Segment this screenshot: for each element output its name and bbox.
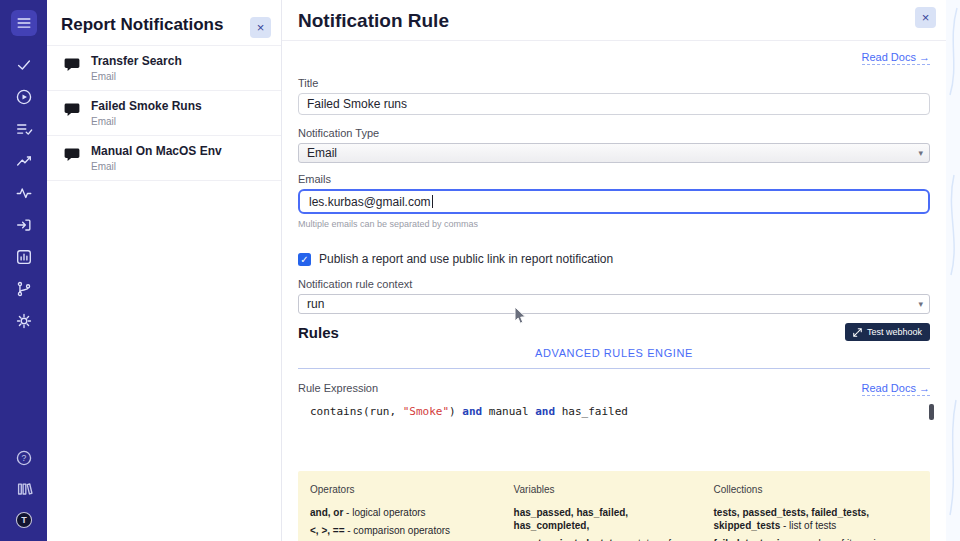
context-value: run: [307, 297, 324, 311]
activity-pulse-icon: [15, 184, 33, 202]
rules-read-docs-link[interactable]: Read Docs →: [862, 382, 930, 396]
notification-list-item[interactable]: Manual On MacOS Env Email: [47, 136, 281, 181]
background-pattern: [946, 0, 960, 541]
notification-item-title: Failed Smoke Runs: [91, 99, 271, 113]
expression-segment: "Smoke": [403, 405, 449, 418]
sidebar-item-analytics[interactable]: [11, 148, 37, 174]
play-circle-icon: [15, 88, 33, 106]
close-icon: ×: [922, 10, 930, 25]
read-docs-link[interactable]: Read Docs →: [862, 51, 930, 65]
expression-segment: and: [462, 405, 482, 418]
sign-in-icon: [15, 216, 33, 234]
check-icon: [15, 56, 33, 74]
help-line: tests, passed_tests, failed_tests, skipp…: [714, 506, 919, 532]
emails-field-label: Emails: [298, 173, 930, 185]
expression-segment: manual: [482, 405, 535, 418]
sidebar-item-help[interactable]: ?: [11, 445, 37, 471]
sidebar-item-activity[interactable]: [11, 180, 37, 206]
main-close-button[interactable]: ×: [915, 7, 936, 28]
app-sidebar: ? T: [0, 0, 47, 541]
editor-scrollbar-thumb[interactable]: [929, 404, 934, 420]
help-line: and, or - logical operators: [310, 506, 500, 519]
help-column-title: Collections: [714, 484, 919, 495]
library-icon: [15, 480, 33, 498]
sidebar-item-settings[interactable]: [11, 308, 37, 334]
help-column: Variableshas_passed, has_failed, has_com…: [514, 484, 700, 541]
rule-expression-editor[interactable]: contains(run, "Smoke") and manual and ha…: [298, 403, 930, 425]
emails-help-text: Multiple emails can be separated by comm…: [298, 219, 930, 229]
notification-type-label: Notification Type: [298, 127, 930, 139]
sidebar-item-runs[interactable]: [11, 84, 37, 110]
sidebar-item-menu[interactable]: [11, 10, 37, 36]
notification-list-item[interactable]: Transfer Search Email: [47, 46, 281, 91]
notification-list: Transfer Search Email Failed Smoke Runs …: [47, 45, 281, 181]
publish-checkbox-label[interactable]: Publish a report and use public link in …: [319, 252, 613, 266]
help-line: <, >, == - comparison operators: [310, 524, 500, 537]
test-webhook-button[interactable]: Test webhook: [845, 323, 930, 341]
notification-list-item[interactable]: Failed Smoke Runs Email: [47, 91, 281, 136]
help-line: has_passed, has_failed, has_completed,: [514, 506, 700, 532]
app-logo-icon: T: [15, 511, 33, 529]
expression-segment: ): [449, 405, 462, 418]
help-line: was_terminated, status - status of a run: [514, 537, 700, 541]
expression-segment: and: [535, 405, 555, 418]
sidebar-item-branches[interactable]: [11, 276, 37, 302]
expression-segment: contains(run,: [310, 405, 403, 418]
branch-icon: [15, 280, 33, 298]
help-column-title: Variables: [514, 484, 700, 495]
checkbox-check-icon: ✓: [300, 254, 308, 265]
help-circle-icon: ?: [15, 449, 33, 467]
chat-bubble-icon: [64, 147, 80, 163]
hamburger-menu-icon: [15, 14, 33, 32]
help-column: Operatorsand, or - logical operators<, >…: [310, 484, 500, 541]
help-column-title: Operators: [310, 484, 500, 495]
emails-input[interactable]: les.kurbas@gmail.com: [298, 189, 930, 214]
gear-icon: [15, 312, 33, 330]
task-list-icon: [15, 120, 33, 138]
svg-text:?: ?: [21, 453, 26, 463]
context-field-label: Notification rule context: [298, 278, 930, 290]
notification-rule-panel: Notification Rule × Read Docs → Title No…: [282, 0, 946, 541]
sidebar-item-logo[interactable]: T: [11, 507, 37, 533]
notification-item-title: Manual On MacOS Env: [91, 144, 271, 158]
notification-type-value: Email: [307, 146, 337, 160]
notification-item-subtitle: Email: [91, 116, 271, 127]
close-icon: ×: [257, 20, 265, 35]
publish-checkbox[interactable]: ✓: [298, 253, 311, 266]
publish-checkbox-row: ✓ Publish a report and use public link i…: [298, 252, 930, 266]
emails-value: les.kurbas@gmail.com: [309, 195, 431, 209]
notification-item-subtitle: Email: [91, 71, 271, 82]
notification-item-title: Transfer Search: [91, 54, 271, 68]
trend-chart-icon: [15, 152, 33, 170]
test-webhook-label: Test webhook: [867, 327, 922, 337]
chat-bubble-icon: [64, 57, 80, 73]
expression-segment: has_failed: [555, 405, 628, 418]
expand-arrows-icon: [853, 328, 862, 337]
help-box: Operatorsand, or - logical operators<, >…: [298, 471, 930, 541]
chat-bubble-icon: [64, 102, 80, 118]
bar-chart-icon: [15, 248, 33, 266]
tab-advanced-rules-engine[interactable]: ADVANCED RULES ENGINE: [535, 347, 693, 359]
sidebar-item-plans[interactable]: [11, 116, 37, 142]
sidebar-item-tests[interactable]: [11, 52, 37, 78]
rules-engine-tabs: ADVANCED RULES ENGINE: [298, 343, 930, 369]
panel-close-button[interactable]: ×: [250, 17, 271, 38]
notification-type-select[interactable]: Email ▾: [298, 143, 930, 163]
notification-item-subtitle: Email: [91, 161, 271, 172]
sidebar-item-docs[interactable]: [11, 476, 37, 502]
rules-heading: Rules: [298, 324, 339, 341]
panel-title: Report Notifications: [47, 0, 281, 45]
rule-expression: contains(run, "Smoke") and manual and ha…: [310, 405, 628, 418]
text-caret: [432, 195, 433, 208]
sidebar-item-import[interactable]: [11, 212, 37, 238]
chevron-down-icon: ▾: [918, 148, 923, 158]
title-input[interactable]: [298, 93, 930, 115]
help-line: failed_tests.size - number of items in c…: [714, 537, 919, 541]
title-field-label: Title: [298, 77, 930, 89]
sidebar-item-reports[interactable]: [11, 244, 37, 270]
report-notifications-panel: Report Notifications × Transfer Search E…: [47, 0, 282, 541]
svg-text:T: T: [21, 515, 27, 525]
context-select[interactable]: run ▾: [298, 294, 930, 314]
help-column: Collectionstests, passed_tests, failed_t…: [714, 484, 919, 541]
chevron-down-icon: ▾: [918, 299, 923, 309]
